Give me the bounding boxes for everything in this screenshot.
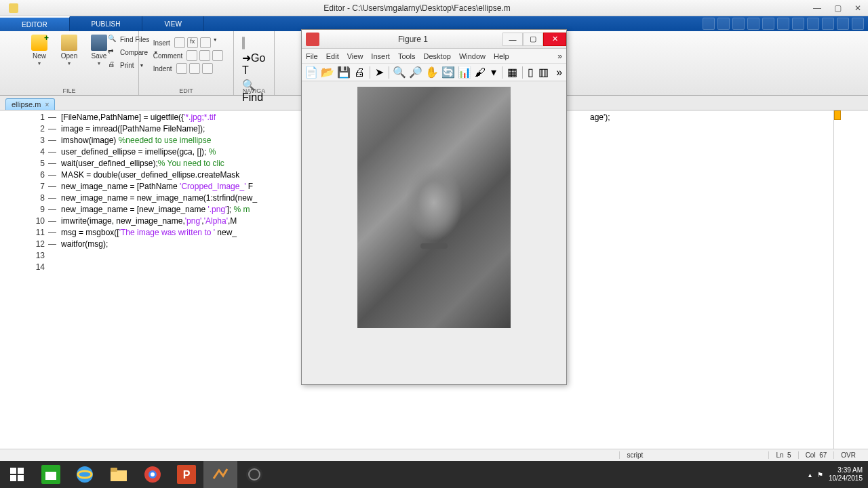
figure-menu-expand[interactable]: » — [557, 52, 562, 61]
layout-icon[interactable]: ▥ — [538, 66, 549, 79]
pan-icon[interactable]: ✋ — [425, 66, 439, 79]
tray-chevron-icon[interactable]: ▴ — [808, 471, 812, 479]
ie-icon[interactable] — [68, 461, 102, 488]
chrome-icon[interactable] — [136, 461, 170, 488]
pointer-icon[interactable]: ➤ — [374, 66, 384, 79]
figure-toolbar: 📄 📂 💾 🖨 ➤ 🔍 🔎 ✋ 🔄 📊 🖌 ▾ ▦ ▯ ▥ » — [302, 64, 566, 81]
fx-icon[interactable]: fx — [187, 37, 198, 48]
qat-redo-icon[interactable] — [792, 18, 804, 30]
figure-close-button[interactable]: ✕ — [543, 33, 566, 46]
figure-minimize-button[interactable]: — — [502, 33, 523, 46]
figure-menu-window[interactable]: Window — [459, 52, 486, 60]
tray-flag-icon[interactable]: ⚑ — [817, 471, 823, 479]
minimize-button[interactable]: — — [807, 1, 827, 15]
new-figure-icon[interactable]: 📄 — [304, 66, 318, 79]
nav-fwd-icon[interactable] — [243, 37, 245, 49]
qat-btn-1[interactable] — [703, 18, 715, 30]
figure-menubar: FileEditViewInsertToolsDesktopWindowHelp… — [302, 49, 566, 64]
figure-menu-tools[interactable]: Tools — [398, 52, 416, 60]
figure-titlebar[interactable]: Figure 1 — ▢ ✕ — [302, 30, 566, 49]
start-button[interactable] — [0, 461, 34, 488]
status-script: script — [619, 451, 768, 459]
insert-icon-3[interactable] — [200, 37, 211, 48]
qat-btn-10[interactable] — [837, 18, 849, 30]
zoom-out-icon[interactable]: 🔎 — [409, 66, 422, 79]
tab-view[interactable]: VIEW — [142, 16, 204, 31]
tab-publish[interactable]: PUBLISH — [70, 16, 143, 31]
svg-text:P: P — [183, 469, 191, 481]
compare-icon: ⇄ — [108, 47, 117, 57]
powerpoint-icon[interactable]: P — [170, 461, 203, 488]
figure-title: Figure 1 — [323, 35, 502, 44]
comment-icon-3[interactable] — [212, 50, 223, 61]
colorbar-icon[interactable]: ▦ — [507, 66, 518, 79]
comment-icon-2[interactable] — [199, 50, 210, 61]
rotate-icon[interactable]: 🔄 — [441, 66, 455, 79]
svg-rect-9 — [111, 470, 127, 481]
qat-help-icon[interactable] — [822, 18, 834, 30]
indent-icon-3[interactable] — [202, 63, 213, 74]
indent-icon-1[interactable] — [176, 63, 187, 74]
goto-button[interactable]: ➜Go T — [242, 52, 270, 77]
save-figure-icon[interactable]: 💾 — [337, 66, 351, 79]
insert-row[interactable]: Insert fx▼ — [153, 37, 218, 48]
open-button[interactable]: Open ▼ — [56, 35, 82, 66]
new-button[interactable]: New ▼ — [26, 35, 52, 66]
qat-btn-2[interactable] — [717, 18, 730, 30]
figure-axes[interactable] — [302, 81, 566, 384]
matlab-icon[interactable] — [203, 461, 237, 488]
chevron-down-icon: ▼ — [67, 61, 72, 66]
svg-rect-2 — [18, 468, 24, 474]
indent-row[interactable]: Indent — [153, 63, 213, 74]
close-icon[interactable]: × — [45, 101, 49, 108]
link-icon[interactable]: ▾ — [489, 66, 498, 79]
toolbar-expand-icon[interactable]: » — [555, 66, 564, 79]
indent-icon-2[interactable] — [189, 63, 200, 74]
maximize-button[interactable]: ▢ — [827, 1, 848, 15]
data-cursor-icon[interactable]: 📊 — [458, 66, 471, 79]
clock[interactable]: 3:39 AM 10/24/2015 — [829, 466, 863, 483]
matlab-icon — [306, 33, 319, 46]
app-icon — [0, 0, 27, 16]
group-title-edit: EDIT — [139, 87, 234, 94]
qat-btn-11[interactable] — [852, 18, 864, 30]
figure-menu-file[interactable]: File — [306, 52, 318, 60]
comment-row[interactable]: Comment — [153, 50, 223, 61]
new-icon — [31, 35, 47, 51]
store-icon[interactable] — [34, 461, 68, 488]
chevron-down-icon: ▼ — [97, 61, 102, 66]
qat-btn-4[interactable] — [747, 18, 760, 30]
file-tab-ellipse[interactable]: ellipse.m × — [5, 98, 55, 110]
system-tray[interactable]: ▴ ⚑ 3:39 AM 10/24/2015 — [808, 466, 868, 483]
close-button[interactable]: ✕ — [848, 1, 868, 15]
figure-menu-insert[interactable]: Insert — [371, 52, 390, 60]
explorer-icon[interactable] — [102, 461, 136, 488]
qat-btn-8[interactable] — [807, 18, 819, 30]
figure-menu-help[interactable]: Help — [494, 52, 509, 60]
open-figure-icon[interactable]: 📂 — [321, 66, 334, 79]
obs-icon[interactable] — [237, 461, 271, 488]
svg-rect-10 — [111, 468, 117, 472]
figure-window[interactable]: Figure 1 — ▢ ✕ FileEditViewInsertToolsDe… — [301, 29, 567, 385]
comment-icon-1[interactable] — [186, 50, 197, 61]
status-ovr: OVR — [833, 451, 863, 459]
ribbon-group-file: New ▼ Open ▼ Save ▼ 🔍Find Files ⇄Compare… — [0, 31, 139, 95]
tab-editor[interactable]: EDITOR — [0, 16, 70, 31]
insert-icon-1[interactable] — [174, 37, 185, 48]
message-bar-indicator[interactable] — [834, 110, 841, 120]
figure-menu-edit[interactable]: Edit — [326, 52, 339, 60]
print-figure-icon[interactable]: 🖨 — [353, 66, 366, 79]
figure-menu-view[interactable]: View — [347, 52, 363, 60]
qat-undo-icon[interactable] — [777, 18, 789, 30]
brush-icon[interactable]: 🖌 — [474, 66, 486, 79]
group-title-file: FILE — [0, 87, 139, 94]
status-line: Ln 5 — [768, 451, 797, 459]
legend-icon[interactable]: ▯ — [526, 66, 535, 79]
title-bar: Editor - C:\Users\mgalarny\Desktop\Faces… — [0, 0, 868, 16]
figure-menu-desktop[interactable]: Desktop — [424, 52, 451, 60]
qat-btn-5[interactable] — [762, 18, 774, 30]
figure-maximize-button[interactable]: ▢ — [523, 33, 543, 46]
qat-btn-3[interactable] — [732, 18, 745, 30]
zoom-in-icon[interactable]: 🔍 — [393, 66, 406, 79]
ribbon-group-navigate: ➜Go T 🔍Find NAVIGA — [234, 31, 275, 95]
